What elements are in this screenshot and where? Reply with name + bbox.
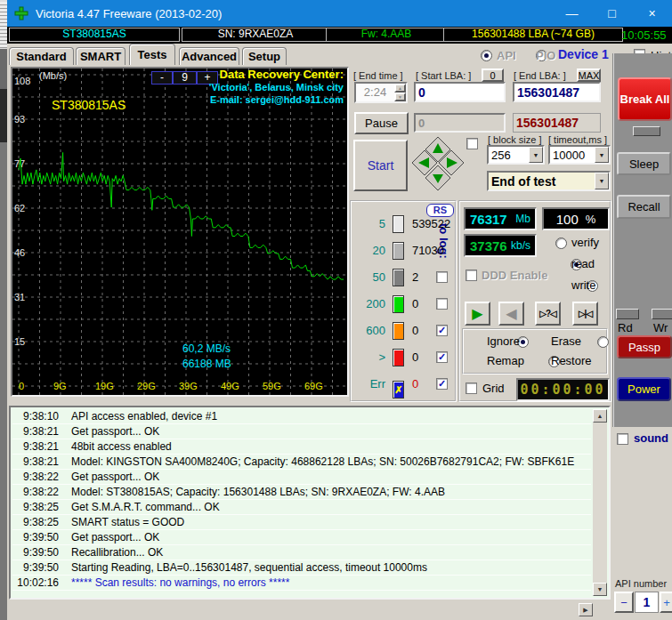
pause-button[interactable]: Pause	[354, 112, 409, 134]
end-time-spinner[interactable]: 2:24 ▲ ▼	[354, 82, 408, 103]
step-button[interactable]: ▷|◁	[572, 302, 598, 326]
start-lba-label: [ Start LBA: ]	[416, 70, 471, 81]
log-text: Get S.M.A.R.T. command... OK	[71, 500, 220, 514]
scroll-up-icon[interactable]: ▲	[593, 409, 607, 423]
log-text: Get passport... OK	[71, 470, 159, 484]
position-value: 76317	[470, 212, 507, 227]
current-end-lba-field: 156301487	[513, 113, 601, 133]
tab-advanced[interactable]: Advanced	[179, 47, 239, 65]
background-window-lines	[0, 2, 7, 48]
spin-up-icon[interactable]: ▲	[394, 84, 406, 93]
api-radio[interactable]	[481, 50, 492, 61]
log-text: Get passport... OK	[71, 424, 159, 439]
close-button[interactable]: ×	[632, 0, 672, 27]
to-log-checkbox-gt[interactable]: ✓	[436, 351, 448, 363]
dropdown-icon[interactable]: ▼	[529, 147, 543, 163]
log-text: Model: KINGSTON SA400M8240G; Capacity: 4…	[71, 455, 574, 469]
clock: 10:05:55	[621, 28, 671, 42]
scroll-down-icon[interactable]: ▼	[593, 583, 607, 596]
end-action-select[interactable]: End of test ▼	[487, 171, 611, 191]
block-size-select[interactable]: 256 ▼	[487, 145, 545, 165]
log-scroll-right-icon[interactable]: ▶	[579, 603, 593, 616]
end-lba-max-button[interactable]: MAX	[577, 68, 601, 82]
scanned-mb-label: 66188 MB	[182, 358, 231, 370]
tab-setup[interactable]: Setup	[242, 47, 287, 65]
api-number-plus-button[interactable]: +	[660, 592, 672, 613]
back-button[interactable]: ◀	[498, 302, 524, 326]
timeout-select[interactable]: 10000 ▼	[548, 145, 611, 165]
ignore-label: Ignore	[487, 334, 520, 348]
grid-label: Grid	[482, 382, 505, 395]
app-icon[interactable]	[14, 6, 28, 20]
restore-label: Restore	[551, 354, 592, 367]
sleep-button[interactable]: Sleep	[617, 152, 671, 175]
log-time: 9:38:10	[12, 409, 59, 423]
latency-count: 71030	[412, 244, 444, 257]
log-time: 9:38:22	[12, 470, 59, 484]
power-button[interactable]: Power	[617, 377, 671, 401]
latency-bucket-label: 5	[353, 217, 385, 230]
erase-radio[interactable]	[597, 336, 609, 348]
start-lba-reset-button[interactable]: 0	[482, 68, 504, 82]
dpad	[411, 136, 465, 191]
to-log-checkbox-err[interactable]: ✓	[436, 378, 448, 390]
speed-graph-panel: 10893776246311509G19G29G39G49G59G69G (Mb…	[11, 67, 349, 397]
verify-label: verify	[571, 236, 599, 249]
svg-text:29G: 29G	[137, 381, 156, 391]
tab-standard[interactable]: Standard	[9, 47, 74, 65]
latency-count: 0	[412, 350, 418, 364]
sound-label: sound	[634, 431, 668, 445]
log-panel[interactable]: 9:38:10API access enabled, device #1 9:3…	[9, 406, 611, 600]
title-bar: Victoria 4.47 Freeware (2013-02-20) — □ …	[7, 0, 672, 27]
tab-smart[interactable]: SMART	[76, 47, 125, 65]
dropdown-icon[interactable]: ▼	[595, 147, 609, 163]
svg-text:93: 93	[14, 114, 25, 125]
banner-line1: Data Recovery Center:	[209, 68, 344, 81]
to-log-checkbox-50[interactable]	[436, 271, 448, 283]
log-time: 9:38:21	[12, 439, 59, 454]
play-button[interactable]: ▶	[465, 302, 490, 326]
passp-button[interactable]: Passp	[617, 335, 672, 358]
write-led-label: Wr	[653, 321, 668, 334]
grid-checkbox[interactable]	[466, 382, 477, 394]
ddd-enable-checkbox[interactable]	[466, 270, 477, 281]
drive-capacity-cell: 156301488 LBA (~74 GB)	[443, 28, 623, 42]
api-number-minus-button[interactable]: −	[614, 592, 634, 613]
to-log-checkbox-600[interactable]: ✓	[436, 325, 448, 336]
avg-speed-label: 60,2 MB/s	[182, 342, 231, 355]
break-all-button[interactable]: Break All	[618, 77, 672, 121]
maximize-button[interactable]: □	[592, 0, 632, 27]
spin-down-icon[interactable]: ▼	[394, 93, 406, 101]
banner: Data Recovery Center: 'Victoria', Belaru…	[209, 68, 344, 106]
defect-mode-groupbox	[462, 328, 608, 374]
start-lba-input[interactable]: 0	[414, 82, 506, 102]
sound-checkbox[interactable]	[617, 433, 628, 445]
log-time: 9:39:50	[12, 545, 59, 560]
latency-count: 0	[412, 297, 418, 310]
tab-tests[interactable]: Tests	[129, 44, 175, 65]
percent-value: 100	[556, 212, 579, 227]
log-row: 9:38:21Model: KINGSTON SA400M8240G; Capa…	[12, 455, 591, 470]
graph-zoom-minus-button[interactable]: -	[151, 71, 173, 85]
dropdown-icon[interactable]: ▼	[595, 173, 609, 189]
latency-count: 0	[412, 377, 418, 391]
verify-radio[interactable]	[555, 238, 567, 249]
minimize-button[interactable]: —	[552, 0, 592, 27]
recall-button[interactable]: Recall	[617, 195, 671, 219]
log-vertical-scrollbar[interactable]: ▲ ▼	[593, 409, 607, 596]
svg-text:31: 31	[14, 292, 25, 302]
y-axis-unit-label: (Mb/s)	[39, 70, 67, 81]
end-lba-label: [ End LBA: ]	[514, 70, 566, 81]
dpad-checkbox[interactable]	[466, 138, 478, 149]
svg-text:108: 108	[14, 76, 30, 86]
latency-row: 200 0	[353, 295, 418, 313]
end-time-spin-buttons: ▲ ▼	[394, 84, 406, 101]
log-text: ***** Scan results: no warnings, no erro…	[71, 576, 289, 590]
to-log-checkbox-200[interactable]	[436, 298, 448, 310]
read-label: read	[571, 257, 595, 270]
seek-retry-button[interactable]: ▷?◁	[535, 302, 561, 326]
start-button[interactable]: Start	[353, 140, 408, 191]
end-action-value: End of test	[491, 174, 555, 189]
log-text: Starting Reading, LBA=0..156301487, sequ…	[71, 560, 427, 575]
end-lba-input[interactable]: 156301487	[513, 82, 601, 102]
